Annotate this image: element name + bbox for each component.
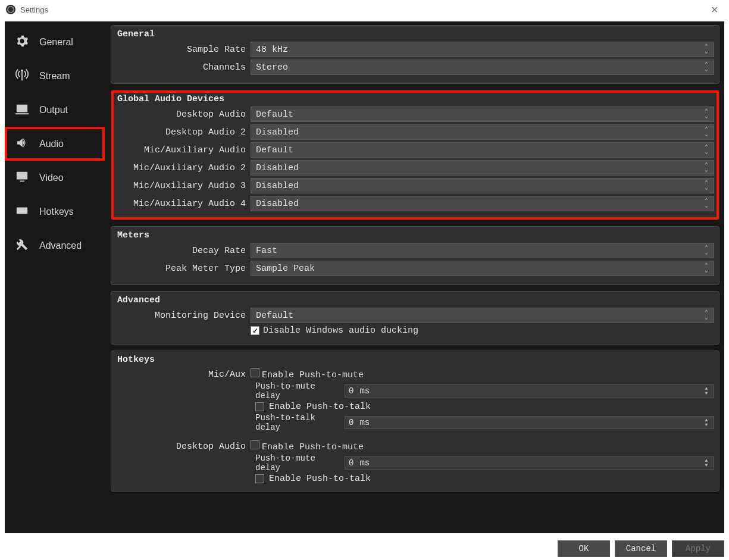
- combo-value: Default: [256, 110, 293, 120]
- desktop-ptt-label: Enable Push-to-talk: [269, 474, 371, 484]
- monitoring-device-combo[interactable]: Default: [251, 308, 714, 323]
- sidebar-item-stream[interactable]: Stream: [5, 59, 105, 93]
- micaux-ptt-delay-input[interactable]: 0 ms: [345, 416, 714, 429]
- sidebar-item-advanced[interactable]: Advanced: [5, 229, 105, 262]
- monitor-icon: [13, 170, 31, 186]
- decay-rate-combo[interactable]: Fast: [251, 243, 714, 258]
- updown-icon: [702, 245, 711, 256]
- device-label: Mic/Auxiliary Audio: [116, 145, 251, 155]
- monitoring-device-label: Monitoring Device: [116, 311, 251, 321]
- mic-aux-4-combo[interactable]: Disabled: [251, 196, 714, 211]
- num-unit: ms: [359, 386, 370, 396]
- ok-button[interactable]: OK: [558, 540, 610, 557]
- scroll-area[interactable]: General Sample Rate 48 kHz Channels St: [111, 25, 719, 530]
- ptt-delay-label: Push-to-talk delay: [255, 413, 345, 432]
- peak-meter-combo[interactable]: Sample Peak: [251, 261, 714, 276]
- num-unit: ms: [359, 418, 370, 427]
- close-button[interactable]: ✕: [706, 2, 723, 18]
- channels-combo[interactable]: Stereo: [251, 60, 714, 75]
- micaux-ptm-label: Enable Push-to-mute: [262, 370, 364, 380]
- desktop-label: Desktop Audio: [116, 442, 251, 452]
- sidebar-item-label: Audio: [39, 139, 64, 149]
- window-title: Settings: [20, 5, 48, 14]
- micaux-label: Mic/Aux: [116, 370, 251, 380]
- panel-title: Advanced: [116, 295, 714, 305]
- mic-aux-combo[interactable]: Default: [251, 142, 714, 158]
- keyboard-icon: [13, 204, 31, 220]
- ptm-delay-label: Push-to-mute delay: [255, 381, 345, 401]
- sidebar-item-audio[interactable]: Audio: [5, 127, 105, 161]
- updown-icon: [702, 61, 711, 73]
- sidebar-item-label: Video: [39, 173, 64, 183]
- desktop-ptm-checkbox[interactable]: [251, 440, 259, 449]
- combo-value: Sample Peak: [256, 264, 315, 274]
- num-value: 0: [349, 458, 353, 468]
- panel-general: General Sample Rate 48 kHz Channels St: [111, 25, 719, 84]
- desktop-ptm-label: Enable Push-to-mute: [262, 442, 364, 452]
- sidebar-item-label: Hotkeys: [39, 207, 74, 217]
- sample-rate-combo[interactable]: 48 kHz: [251, 42, 714, 57]
- combo-value: Disabled: [256, 127, 299, 137]
- channels-label: Channels: [116, 62, 251, 73]
- antenna-icon: [13, 68, 31, 84]
- combo-value: Default: [256, 145, 293, 155]
- mic-aux-2-combo[interactable]: Disabled: [251, 160, 714, 176]
- device-label: Mic/Auxiliary Audio 4: [116, 199, 251, 209]
- combo-value: Disabled: [256, 163, 299, 173]
- desktop-ptm-delay-input[interactable]: 0 ms: [345, 456, 714, 470]
- mic-aux-3-combo[interactable]: Disabled: [251, 178, 714, 193]
- panel-title: General: [116, 29, 714, 39]
- desktop-audio-2-combo[interactable]: Disabled: [251, 124, 714, 140]
- updown-icon: [702, 198, 711, 209]
- device-label: Mic/Auxiliary Audio 3: [116, 181, 251, 191]
- desktop-ptt-checkbox[interactable]: [255, 474, 264, 483]
- sidebar-item-label: Stream: [39, 71, 70, 82]
- gear-icon: [13, 35, 31, 50]
- panel-advanced: Advanced Monitoring Device Default Disab…: [111, 291, 719, 345]
- titlebar: Settings ✕: [0, 0, 729, 19]
- sidebar-item-hotkeys[interactable]: Hotkeys: [5, 195, 105, 229]
- device-label: Desktop Audio 2: [116, 127, 251, 137]
- sidebar-item-video[interactable]: Video: [5, 161, 105, 195]
- device-label: Desktop Audio: [116, 110, 251, 120]
- sidebar-item-label: Advanced: [39, 240, 82, 251]
- cancel-button[interactable]: Cancel: [615, 540, 667, 557]
- device-label: Mic/Auxiliary Audio 2: [116, 163, 251, 173]
- micaux-ptt-label: Enable Push-to-talk: [269, 402, 371, 412]
- sidebar-item-output[interactable]: Output: [5, 93, 105, 127]
- num-value: 0: [349, 386, 353, 396]
- num-value: 0: [349, 418, 353, 427]
- panel-meters: Meters Decay Rate Fast Peak Meter Type S…: [111, 226, 719, 285]
- app-icon: [6, 5, 15, 14]
- output-icon: [13, 102, 31, 118]
- ducking-checkbox[interactable]: [251, 326, 259, 335]
- combo-value: Disabled: [256, 199, 299, 209]
- sidebar-item-label: General: [39, 37, 73, 48]
- channels-value: Stereo: [256, 62, 288, 73]
- apply-button[interactable]: Apply: [672, 540, 724, 557]
- panel-hotkeys: Hotkeys Mic/Aux Enable Push-to-mute Push…: [111, 351, 719, 492]
- content: General Sample Rate 48 kHz Channels St: [105, 21, 724, 533]
- updown-icon: [702, 126, 711, 138]
- micaux-ptm-checkbox[interactable]: [251, 368, 259, 377]
- spinner-icon[interactable]: [702, 417, 711, 428]
- panel-title: Global Audio Devices: [116, 94, 714, 104]
- sidebar-item-general[interactable]: General: [5, 25, 105, 59]
- hotkey-group-desktop: Desktop Audio Enable Push-to-mute Push-t…: [116, 440, 714, 484]
- hotkey-group-micaux: Mic/Aux Enable Push-to-mute Push-to-mute…: [116, 368, 714, 432]
- spinner-icon[interactable]: [702, 457, 711, 469]
- desktop-audio-combo[interactable]: Default: [251, 107, 714, 122]
- spinner-icon[interactable]: [702, 385, 711, 397]
- peak-meter-label: Peak Meter Type: [116, 264, 251, 274]
- combo-value: Disabled: [256, 181, 299, 191]
- updown-icon: [702, 309, 711, 321]
- micaux-ptt-checkbox[interactable]: [255, 402, 264, 411]
- ducking-label: Disable Windows audio ducking: [263, 326, 418, 336]
- updown-icon: [702, 162, 711, 174]
- panel-global-audio: Global Audio Devices Desktop Audio Defau…: [111, 90, 719, 220]
- micaux-ptm-delay-input[interactable]: 0 ms: [345, 384, 714, 398]
- updown-icon: [702, 262, 711, 274]
- panel-title: Hotkeys: [116, 355, 714, 365]
- combo-value: Fast: [256, 246, 277, 256]
- updown-icon: [702, 108, 711, 120]
